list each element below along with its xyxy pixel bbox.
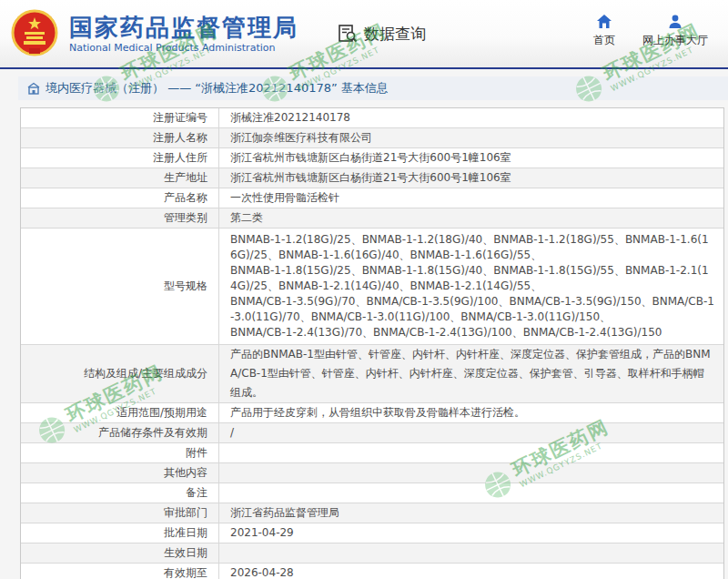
field-label: 产品储存条件及有效期 xyxy=(21,423,219,442)
table-row: 生产地址 浙江省杭州市钱塘新区白杨街道21号大街600号1幢106室 xyxy=(21,168,723,188)
table-row: 备注 xyxy=(21,483,723,503)
field-label: 备注 xyxy=(21,483,219,503)
field-label: 批准日期 xyxy=(21,523,219,543)
field-label-text: 管理类别 xyxy=(164,208,207,228)
field-value: BNMAB-1-1.2(18G)/25、BNMAB-1-1.2(18G)/40、… xyxy=(219,229,723,344)
field-label-text: 其他内容 xyxy=(164,463,207,482)
field-label-text: 审批部门 xyxy=(164,503,207,523)
field-label: 附件 xyxy=(21,443,219,462)
field-value: 浙械注准20212140178 xyxy=(219,108,723,127)
national-emblem-icon xyxy=(9,8,60,59)
field-label-text: 生产地址 xyxy=(164,168,207,188)
field-label: 适用范围/预期用途 xyxy=(21,403,219,422)
breadcrumb: 境内医疗器械（注册） —— “浙械注准20212140178” 基本信息 xyxy=(18,76,728,100)
breadcrumb-text: 境内医疗器械（注册） —— “浙械注准20212140178” 基本信息 xyxy=(46,80,389,96)
field-label: 产品名称 xyxy=(21,188,219,208)
field-label: 结构及组成/主要组成成分 xyxy=(21,345,219,402)
field-label-text: 适用范围/预期用途 xyxy=(116,403,207,422)
header-nav: 首页 网上办事大厅 xyxy=(593,15,708,48)
table-row: 审批部门 浙江省药品监督管理局 xyxy=(21,503,723,523)
table-row: 附件 xyxy=(21,443,723,463)
field-value xyxy=(219,443,723,462)
field-label: 审批部门 xyxy=(21,503,219,523)
field-label: 注册人住所 xyxy=(21,148,219,168)
table-row: 型号规格 BNMAB-1-1.2(18G)/25、BNMAB-1-1.2(18G… xyxy=(21,229,723,345)
person-icon xyxy=(667,15,683,29)
field-label-text: 有效期至 xyxy=(164,564,207,579)
field-value xyxy=(219,543,723,563)
field-label-text: 结构及组成/主要组成成分 xyxy=(84,364,207,383)
table-row: 结构及组成/主要组成成分 产品的BNMAB-1型由针管、针管座、内针杆、内针杆座… xyxy=(21,345,723,403)
field-label-text: 生效日期 xyxy=(164,543,207,563)
table-row: 其他内容 xyxy=(21,463,723,483)
table-row: 产品名称 一次性使用骨髓活检针 xyxy=(21,188,723,208)
field-label: 生效日期 xyxy=(21,543,219,563)
field-label: 其他内容 xyxy=(21,463,219,482)
table-row: 注册人住所 浙江省杭州市钱塘新区白杨街道21号大街600号1幢106室 xyxy=(21,148,723,168)
field-label-text: 产品储存条件及有效期 xyxy=(98,423,207,442)
nav-item-home[interactable]: 首页 xyxy=(593,15,615,48)
field-value: 浙江伽奈维医疗科技有限公司 xyxy=(219,128,723,147)
field-label-text: 备注 xyxy=(186,483,207,503)
field-label-text: 注册人名称 xyxy=(153,128,207,147)
field-value xyxy=(219,483,723,503)
data-query-menu[interactable]: 数据查询 xyxy=(337,23,426,45)
nav-item-label: 首页 xyxy=(593,33,615,48)
field-label-text: 型号规格 xyxy=(164,277,207,296)
field-value: 浙江省杭州市钱塘新区白杨街道21号大街600号1幢106室 xyxy=(219,148,723,168)
field-label: 生产地址 xyxy=(21,168,219,188)
field-value: 浙江省杭州市钱塘新区白杨街道21号大街600号1幢106室 xyxy=(219,168,723,188)
site-title: 国家药品监督管理局 xyxy=(69,14,298,41)
table-row: 批准日期 2021-04-29 xyxy=(21,523,723,543)
field-label-text: 注册人住所 xyxy=(153,148,207,168)
field-label-text: 批准日期 xyxy=(164,523,207,543)
nav-item-service-hall[interactable]: 网上办事大厅 xyxy=(642,15,708,48)
nav-item-label: 网上办事大厅 xyxy=(642,33,708,48)
field-label: 管理类别 xyxy=(21,208,219,228)
field-value: / xyxy=(219,423,723,442)
data-query-label: 数据查询 xyxy=(364,24,426,45)
field-label: 注册证编号 xyxy=(21,108,219,127)
field-value: 2026-04-28 xyxy=(219,564,723,579)
field-label-text: 注册证编号 xyxy=(153,108,207,127)
nmpa-emblem-logo xyxy=(9,8,60,59)
info-table: 注册证编号 浙械注准20212140178 注册人名称 浙江伽奈维医疗科技有限公… xyxy=(20,107,724,579)
field-value: 浙江省药品监督管理局 xyxy=(219,503,723,523)
field-label-text: 附件 xyxy=(186,443,207,462)
field-value: 第二类 xyxy=(219,208,723,228)
table-row: 生效日期 xyxy=(21,543,723,564)
table-row: 注册证编号 浙械注准20212140178 xyxy=(21,108,723,128)
table-row: 管理类别 第二类 xyxy=(21,208,723,229)
field-value: 产品的BNMAB-1型由针管、针管座、内针杆、内针杆座、深度定位器、保护套管组成… xyxy=(219,345,723,402)
field-label: 注册人名称 xyxy=(21,128,219,147)
document-search-icon xyxy=(337,23,359,45)
field-label-text: 产品名称 xyxy=(164,188,207,208)
field-value: 2021-04-29 xyxy=(219,523,723,543)
field-label: 型号规格 xyxy=(21,229,219,344)
table-row: 注册人名称 浙江伽奈维医疗科技有限公司 xyxy=(21,128,723,148)
building-icon xyxy=(27,82,40,95)
site-header: 国家药品监督管理局 National Medical Products Admi… xyxy=(0,0,728,69)
field-value: 一次性使用骨髓活检针 xyxy=(219,188,723,208)
field-label: 有效期至 xyxy=(21,564,219,579)
table-row: 产品储存条件及有效期 / xyxy=(21,423,723,443)
table-row: 有效期至 2026-04-28 xyxy=(21,564,723,579)
table-row: 适用范围/预期用途 产品用于经皮穿刺，从骨组织中获取骨及骨髓样本进行活检。 xyxy=(21,403,723,423)
field-value xyxy=(219,463,723,482)
site-subtitle: National Medical Products Administration xyxy=(69,42,298,54)
site-title-block: 国家药品监督管理局 National Medical Products Admi… xyxy=(69,14,298,54)
field-value: 产品用于经皮穿刺，从骨组织中获取骨及骨髓样本进行活检。 xyxy=(219,403,723,422)
home-icon xyxy=(596,15,612,29)
